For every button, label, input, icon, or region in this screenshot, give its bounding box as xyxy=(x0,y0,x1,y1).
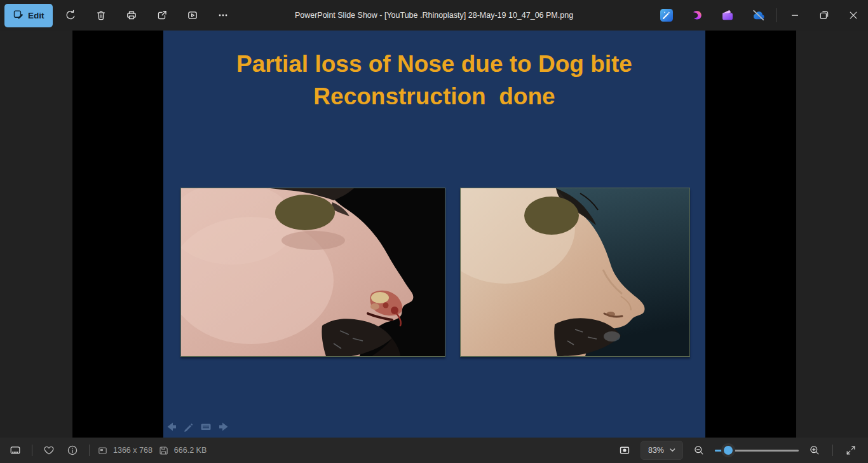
clipchamp-button[interactable] xyxy=(712,0,743,31)
minimize-button[interactable] xyxy=(780,0,810,31)
window-title: PowerPoint Slide Show - [YouTube .Rhinop… xyxy=(295,0,573,31)
delete-button[interactable] xyxy=(88,3,114,28)
info-icon xyxy=(67,445,78,456)
favorite-button[interactable] xyxy=(40,441,58,459)
resolution-value: 1366 x 768 xyxy=(113,446,153,455)
before-photo xyxy=(180,188,445,357)
frame-circle-icon xyxy=(619,445,630,456)
toolbar: Edit xyxy=(4,0,236,31)
zoom-slider[interactable] xyxy=(715,446,799,455)
rotate-button[interactable] xyxy=(58,3,83,28)
delete-icon xyxy=(95,10,107,21)
zoom-level-dropdown[interactable]: 83% xyxy=(641,441,683,460)
designer-icon xyxy=(690,8,704,22)
onedrive-status-button[interactable] xyxy=(743,0,773,31)
filmstrip-toggle-button[interactable] xyxy=(6,441,24,459)
statusbar-divider xyxy=(832,445,833,456)
photo-enhance-button[interactable] xyxy=(651,0,682,31)
rotate-icon xyxy=(65,10,76,21)
save-icon xyxy=(158,445,169,456)
fullscreen-button[interactable] xyxy=(842,441,860,459)
displayed-image: Partial loss of Nose due to Dog bite Rec… xyxy=(72,31,796,438)
statusbar-right: 83% xyxy=(616,438,868,463)
share-icon xyxy=(156,10,168,21)
filesize-value: 666.2 KB xyxy=(174,446,207,455)
photo-enhance-icon xyxy=(660,8,674,22)
statusbar-left: 1366 x 768 666.2 KB xyxy=(6,438,207,463)
image-viewer-canvas[interactable]: Partial loss of Nose due to Dog bite Rec… xyxy=(0,31,868,438)
eye-censor-oval xyxy=(275,195,335,230)
statusbar-divider xyxy=(32,445,32,456)
edit-button[interactable]: Edit xyxy=(4,4,53,27)
titlebar-divider xyxy=(776,8,777,22)
fullscreen-icon xyxy=(845,445,857,456)
titlebar-right-controls xyxy=(651,0,868,31)
share-button[interactable] xyxy=(149,3,175,28)
restore-button[interactable] xyxy=(810,0,839,31)
zoom-out-icon xyxy=(693,445,705,456)
edit-image-icon xyxy=(13,9,24,22)
more-options-button[interactable] xyxy=(210,3,236,28)
chevron-down-icon xyxy=(670,448,675,452)
photos-app-window: Edit xyxy=(0,0,868,463)
slideshow-button[interactable] xyxy=(180,3,205,28)
dimensions-icon xyxy=(97,445,108,456)
eye-censor-oval xyxy=(524,197,579,235)
file-size: 666.2 KB xyxy=(158,445,207,456)
image-dimensions: 1366 x 768 xyxy=(97,445,153,456)
clipchamp-icon xyxy=(721,8,735,22)
zoom-level-value: 83% xyxy=(648,446,664,455)
nav-next-icon[interactable] xyxy=(217,422,230,432)
close-icon xyxy=(848,10,859,21)
title-bar: Edit xyxy=(0,0,868,31)
zoom-slider-thumb[interactable] xyxy=(724,446,733,455)
slide-title: Partial loss of Nose due to Dog bite Rec… xyxy=(163,48,705,113)
info-button[interactable] xyxy=(64,441,81,459)
slideshow-nav-controls xyxy=(165,422,230,432)
powerpoint-slide: Partial loss of Nose due to Dog bite Rec… xyxy=(163,31,705,438)
status-bar: 1366 x 768 666.2 KB xyxy=(0,438,868,463)
restore-icon xyxy=(818,10,830,21)
onedrive-offline-icon xyxy=(751,8,766,23)
minimize-icon xyxy=(789,10,801,21)
slide-title-line1: Partial loss of Nose due to Dog bite xyxy=(163,48,705,80)
filmstrip-icon xyxy=(9,445,22,456)
menu-icon[interactable] xyxy=(200,422,212,432)
zoom-out-button[interactable] xyxy=(690,441,708,459)
after-photo xyxy=(460,188,690,357)
zoom-in-icon xyxy=(809,445,820,456)
print-button[interactable] xyxy=(119,3,144,28)
nav-previous-icon[interactable] xyxy=(165,422,178,432)
favorite-heart-icon xyxy=(43,445,55,456)
slideshow-icon xyxy=(187,10,198,21)
frame-fill-button[interactable] xyxy=(616,441,634,459)
close-button[interactable] xyxy=(839,0,868,31)
designer-button[interactable] xyxy=(682,0,712,31)
pen-icon[interactable] xyxy=(183,422,194,432)
statusbar-divider xyxy=(89,445,90,456)
more-icon xyxy=(217,10,229,21)
print-icon xyxy=(126,10,137,21)
zoom-in-button[interactable] xyxy=(806,441,824,459)
edit-button-label: Edit xyxy=(28,11,44,20)
slide-title-line2: Reconstruction done xyxy=(163,80,705,113)
